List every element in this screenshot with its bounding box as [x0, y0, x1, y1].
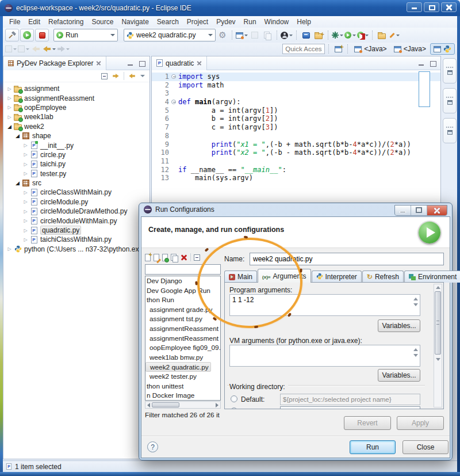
- restore-view-button-3[interactable]: [443, 118, 457, 143]
- menu-pydev[interactable]: Pydev: [212, 17, 239, 27]
- annotation-button[interactable]: [389, 29, 400, 41]
- tree-item[interactable]: ▷circleModule.py: [3, 197, 150, 207]
- config-list-item[interactable]: week2 tester.py: [145, 372, 220, 382]
- tree-item[interactable]: ▷oopEmployee: [3, 103, 150, 112]
- code-line-7[interactable]: 7 c = int(argv[3]): [152, 123, 440, 132]
- forward-button[interactable]: [57, 43, 70, 55]
- fold-margin[interactable]: [169, 98, 178, 106]
- menu-run[interactable]: Run: [240, 17, 260, 27]
- restore-view-button-2[interactable]: [443, 88, 457, 113]
- tree-item[interactable]: ▷circle.py: [3, 150, 150, 159]
- code-line-2[interactable]: 2import math: [152, 81, 440, 90]
- config-list-item[interactable]: oopEmployee fig09_09.p: [145, 343, 220, 353]
- menu-project[interactable]: Project: [183, 17, 212, 27]
- collapse-icon[interactable]: [171, 100, 176, 104]
- focus-button[interactable]: [129, 74, 135, 78]
- textarea-scroll-arrows[interactable]: [412, 298, 419, 306]
- tree-item[interactable]: ◢src: [3, 178, 150, 188]
- user-button[interactable]: [281, 29, 293, 41]
- code-line-3[interactable]: 3: [152, 89, 440, 98]
- tab-interpreter[interactable]: Interpreter: [312, 271, 362, 283]
- menu-navigate[interactable]: Navigate: [117, 17, 152, 27]
- tab-environment[interactable]: Environment: [404, 271, 460, 283]
- expanded-arrow-icon[interactable]: ◢: [14, 180, 21, 186]
- editor-scrollbar-thumb[interactable]: [419, 71, 430, 107]
- config-list-item[interactable]: assignment tst.py: [145, 314, 220, 324]
- duplicate-button[interactable]: [171, 254, 178, 261]
- close-button[interactable]: [441, 2, 457, 12]
- collapsed-arrow-icon[interactable]: ▷: [22, 199, 29, 204]
- fold-margin[interactable]: [169, 73, 178, 81]
- tree-item[interactable]: ▷taichi.py: [3, 159, 150, 169]
- revert-button[interactable]: Revert: [344, 416, 391, 430]
- menu-refactoring[interactable]: Refactoring: [44, 17, 87, 27]
- tree-item[interactable]: ◢week2: [3, 122, 150, 131]
- collapse-icon[interactable]: [171, 74, 176, 79]
- perspective-java-2[interactable]: <Java>: [391, 43, 429, 55]
- launch-target-combo[interactable]: week2 quadratic.py: [124, 29, 216, 41]
- code-line-6[interactable]: 6 b = int(argv[2]): [152, 115, 440, 123]
- minimize-view-button[interactable]: [126, 60, 135, 67]
- view-menu-button[interactable]: [140, 75, 145, 77]
- build-button[interactable]: [5, 29, 19, 41]
- tab-quadratic[interactable]: quadratic: [152, 56, 207, 70]
- tree-item[interactable]: ▷quadratic.py: [3, 226, 150, 235]
- new-configuration-button[interactable]: [145, 254, 151, 261]
- collapsed-arrow-icon[interactable]: ▷: [22, 190, 29, 195]
- collapsed-arrow-icon[interactable]: ▷: [6, 246, 13, 252]
- variables-button-2[interactable]: Variables...: [378, 369, 420, 382]
- tree-item[interactable]: ▷__init__.py: [3, 140, 150, 150]
- goto-annotation-button[interactable]: [18, 43, 29, 55]
- other-directory-field[interactable]: [280, 406, 420, 409]
- collapsed-arrow-icon[interactable]: ▷: [22, 162, 29, 167]
- menu-search[interactable]: Search: [153, 17, 183, 27]
- launch-mode-combo[interactable]: Run: [53, 29, 118, 41]
- menu-help[interactable]: Help: [293, 17, 315, 27]
- terminate-button[interactable]: [35, 29, 49, 41]
- code-line-1[interactable]: 1import sys: [152, 73, 440, 81]
- config-list-item[interactable]: thon unittest: [145, 382, 220, 391]
- code-line-13[interactable]: 13 main(sys.argv): [152, 174, 440, 182]
- panel-vertical-scrollbar[interactable]: [434, 284, 442, 408]
- debug-button[interactable]: [332, 29, 343, 41]
- open-folder-button[interactable]: [376, 29, 388, 41]
- menu-file[interactable]: File: [5, 17, 24, 27]
- perspective-java-1[interactable]: <Java>: [351, 43, 389, 55]
- maximize-button[interactable]: [424, 2, 439, 12]
- tree-item[interactable]: ▷circleClassWithMain.py: [3, 188, 150, 197]
- tree-item[interactable]: ▷circleModuleWithMain.py: [3, 216, 150, 225]
- open-resource-button[interactable]: [313, 29, 324, 41]
- collapsed-arrow-icon[interactable]: ▷: [22, 171, 29, 176]
- tree-item[interactable]: ▷taichiClassWithMain.py: [3, 235, 150, 244]
- vm-arguments-input[interactable]: [229, 345, 420, 367]
- maximize-view-button[interactable]: [429, 60, 437, 67]
- coverage-button[interactable]: [357, 29, 369, 41]
- title-bar[interactable]: eclipse-workspace - week2/src/quadratic.…: [0, 0, 460, 16]
- collapsed-arrow-icon[interactable]: ▷: [6, 86, 13, 92]
- minimize-view-button[interactable]: [417, 60, 425, 67]
- help-button[interactable]: ?: [147, 441, 158, 452]
- close-icon[interactable]: [197, 60, 202, 66]
- open-perspective-button[interactable]: [332, 43, 344, 55]
- run-history-button[interactable]: [344, 29, 356, 41]
- config-list-item[interactable]: week2 quadratic.py: [145, 362, 211, 372]
- back-button[interactable]: [43, 43, 56, 55]
- save-button[interactable]: [249, 29, 260, 41]
- dialog-title-bar[interactable]: Run Configurations: [144, 205, 214, 214]
- maximize-view-button[interactable]: [138, 60, 146, 67]
- tree-item[interactable]: ◢shape: [3, 131, 150, 140]
- config-list-item[interactable]: n Docker Image: [145, 391, 220, 401]
- apply-button[interactable]: Apply: [397, 416, 444, 430]
- dialog-minimize-button[interactable]: [395, 205, 411, 215]
- new-wizard-button[interactable]: [236, 29, 248, 41]
- dialog-maximize-button[interactable]: [411, 205, 427, 215]
- menu-source[interactable]: Source: [87, 17, 117, 27]
- link-with-editor-button[interactable]: [112, 74, 118, 78]
- collapsed-arrow-icon[interactable]: ▷: [22, 209, 29, 214]
- collapsed-arrow-icon[interactable]: ▷: [6, 115, 13, 120]
- tree-item[interactable]: ▷circleModuleDrawMethod.py: [3, 207, 150, 216]
- link-prototype-button[interactable]: [162, 254, 168, 261]
- expanded-arrow-icon[interactable]: ◢: [6, 124, 13, 130]
- config-list-item[interactable]: assignmentReassment St: [145, 334, 220, 344]
- run-button[interactable]: Run: [350, 440, 396, 454]
